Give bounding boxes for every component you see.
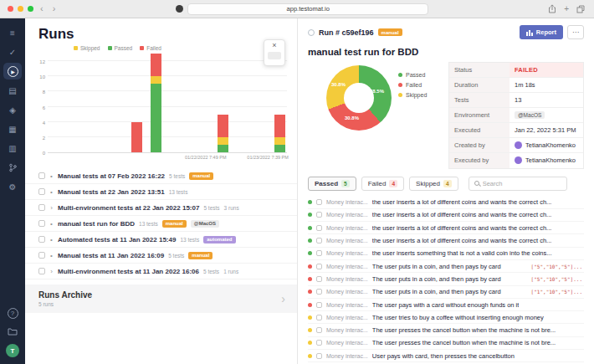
test-list-item[interactable]: Money interac...The user presses the can… (308, 337, 584, 350)
test-checkbox[interactable] (316, 225, 322, 231)
test-checkbox[interactable] (316, 327, 322, 333)
run-checkbox[interactable] (38, 268, 45, 274)
test-title[interactable]: The user tries to buy a coffee without i… (372, 314, 544, 321)
test-checkbox[interactable] (316, 340, 322, 346)
zoom-window-button[interactable] (28, 6, 33, 12)
test-list-item[interactable]: Money interac...the user inserts a lot o… (308, 197, 584, 209)
user-avatar-badge[interactable]: T (6, 344, 19, 357)
sidebar-item-settings-gear-icon[interactable]: ⚙ (3, 178, 22, 195)
test-list-item[interactable]: Money interac...the user inserts somethi… (308, 248, 584, 260)
expand-chevron-icon[interactable]: › (49, 268, 54, 275)
run-title[interactable]: Manual tests at 22 Jan 2022 13:51 (58, 188, 165, 196)
more-actions-button[interactable]: ⋯ (567, 25, 584, 39)
test-suite-label[interactable]: Money interac... (326, 250, 368, 256)
run-title[interactable]: Multi-environment tests at 11 Jan 2022 1… (58, 268, 199, 275)
run-list-item[interactable]: ›Multi-environment tests at 11 Jan 2022 … (25, 264, 297, 279)
sidebar-item-runs-icon[interactable]: ▶ (3, 63, 22, 79)
archive-folder-icon[interactable] (3, 323, 22, 340)
new-tab-icon[interactable]: + (562, 4, 571, 13)
test-suite-label[interactable]: Money interac... (326, 238, 368, 244)
test-title[interactable]: the user inserts a lot of different coin… (372, 198, 552, 206)
test-checkbox[interactable] (316, 212, 322, 218)
tab-skipped[interactable]: Skipped4 (409, 177, 458, 191)
test-suite-label[interactable]: Money interac... (326, 353, 368, 359)
forward-button[interactable]: › (50, 4, 59, 13)
test-suite-label[interactable]: Money interac... (326, 327, 368, 333)
test-checkbox[interactable] (316, 289, 322, 295)
test-list-item[interactable]: Money interac...The user puts in a coin,… (308, 260, 584, 273)
run-title[interactable]: Manual tests at 11 Jan 2022 16:09 (58, 252, 164, 259)
test-title[interactable]: User pays with card, then presses the ca… (372, 352, 515, 360)
test-checkbox[interactable] (316, 276, 322, 282)
run-checkbox[interactable] (38, 172, 45, 179)
test-list-item[interactable]: Money interac...The user presses the can… (308, 324, 584, 336)
test-title[interactable]: the user inserts something that is not a… (372, 249, 552, 257)
run-title[interactable]: manual test run for BDD (58, 220, 135, 228)
test-suite-label[interactable]: Money interac... (326, 302, 368, 308)
chart-bar[interactable] (274, 115, 285, 152)
chart-bar[interactable] (131, 122, 142, 152)
sidebar-item-analytics-icon[interactable]: ▥ (3, 140, 22, 156)
test-list-item[interactable]: Money interac...the user inserts a lot o… (308, 209, 584, 222)
test-list-item[interactable]: Money interac...The user puts in a coin,… (308, 286, 584, 299)
sidebar-item-data-icon[interactable]: ▦ (3, 120, 22, 137)
test-suite-label[interactable]: Money interac... (326, 340, 368, 346)
expand-chevron-icon[interactable]: › (49, 204, 54, 212)
test-title[interactable]: The user puts in a coin, and then pays b… (372, 288, 501, 295)
test-list-item[interactable]: Money interac...The user puts in a coin,… (308, 273, 584, 285)
test-checkbox[interactable] (316, 353, 322, 359)
chevron-right-icon[interactable]: › (281, 292, 285, 305)
run-list-item[interactable]: •Manual tests at 22 Jan 2022 13:5113 tes… (25, 184, 297, 200)
test-title[interactable]: the user inserts a lot of different coin… (372, 224, 552, 232)
test-title[interactable]: The user presses the cancel button when … (372, 326, 556, 334)
run-list-item[interactable]: •manual test run for BDD13 testsmanual@M… (25, 216, 297, 232)
test-list-item[interactable]: Money interac...User pays with card, the… (308, 350, 584, 362)
run-title[interactable]: Automated tests at 11 Jan 2022 15:49 (58, 236, 176, 244)
close-icon[interactable]: × (272, 42, 276, 49)
run-title[interactable]: Multi-environment tests at 22 Jan 2022 1… (58, 204, 199, 212)
run-list-item[interactable]: •Automated tests at 11 Jan 2022 15:4913 … (25, 232, 297, 248)
test-title[interactable]: the user inserts a lot of different coin… (372, 237, 552, 244)
test-title[interactable]: The user pays with a card without enough… (372, 301, 520, 309)
test-list-item[interactable]: Money interac...The user pays with a car… (308, 299, 584, 311)
run-title[interactable]: Manual tests at 07 Feb 2022 16:22 (58, 172, 165, 180)
run-list-item[interactable]: •Manual tests at 11 Jan 2022 16:095 test… (25, 248, 297, 264)
test-suite-label[interactable]: Money interac... (326, 315, 368, 320)
menu-icon[interactable]: ≡ (3, 24, 22, 41)
test-suite-label[interactable]: Money interac... (326, 289, 368, 295)
test-list-item[interactable]: Money interac...the user inserts a lot o… (308, 234, 584, 247)
run-checkbox[interactable] (38, 252, 45, 259)
test-checkbox[interactable] (316, 302, 322, 308)
test-suite-label[interactable]: Money interac... (326, 276, 368, 282)
run-list-item[interactable]: ›Multi-environment tests at 22 Jan 2022 … (25, 200, 297, 216)
search-box[interactable] (469, 177, 567, 191)
close-window-button[interactable] (8, 6, 13, 12)
test-suite-label[interactable]: Money interac... (326, 199, 368, 205)
test-checkbox[interactable] (316, 250, 322, 256)
sidebar-item-tasks-icon[interactable]: ▤ (3, 82, 22, 99)
run-checkbox[interactable] (38, 188, 45, 195)
chart-bar[interactable] (151, 54, 161, 152)
test-checkbox[interactable] (316, 264, 322, 269)
test-title[interactable]: The user puts in a coin, and then pays b… (372, 263, 501, 270)
back-button[interactable]: ‹ (38, 4, 46, 13)
run-list-item[interactable]: •Manual tests at 07 Feb 2022 16:225 test… (25, 168, 297, 184)
run-checkbox[interactable] (38, 236, 45, 243)
tab-failed[interactable]: Failed4 (361, 177, 404, 191)
test-title[interactable]: The user presses the cancel button when … (372, 339, 556, 346)
test-checkbox[interactable] (316, 238, 322, 244)
run-checkbox[interactable] (38, 220, 45, 227)
test-checkbox[interactable] (316, 199, 322, 205)
test-suite-label[interactable]: Money interac... (326, 212, 368, 218)
sidebar-item-branches-icon[interactable] (3, 159, 22, 176)
test-checkbox[interactable] (316, 315, 322, 320)
run-checkbox[interactable] (38, 204, 45, 211)
runs-archive[interactable]: Runs Archive 5 runs › (25, 285, 297, 313)
chart-bar[interactable] (218, 115, 228, 152)
sidebar-item-suites-icon[interactable]: ◈ (3, 101, 22, 118)
test-suite-label[interactable]: Money interac... (326, 264, 368, 269)
test-title[interactable]: The user puts in a coin, and then pays b… (372, 275, 501, 283)
share-icon[interactable] (546, 4, 558, 13)
help-icon[interactable]: ? (8, 308, 18, 319)
search-input[interactable] (483, 180, 561, 187)
